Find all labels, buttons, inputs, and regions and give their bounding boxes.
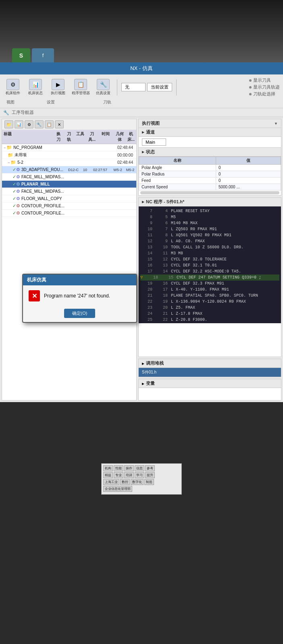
op-icon-planar-mill: ⚙	[16, 182, 20, 187]
toolbar-btn-machine-status[interactable]: 📊 机床状态	[26, 79, 45, 96]
table-card-cell-10: 精益	[103, 472, 113, 478]
panel-btn-3[interactable]: ⚙	[25, 120, 33, 128]
nc-line-10: 17 14 CYCL DEF 32.2 HSC-MODE:0 TA5.	[140, 268, 279, 275]
title-bar: NX - 仿真	[0, 62, 283, 74]
tab-s[interactable]: S	[12, 48, 30, 62]
channel-dropdown[interactable]: Main	[142, 138, 166, 146]
nc-content-17: L Z-17.8 FMAX	[171, 311, 202, 317]
op-icon-face-mill-1: ⚙	[16, 174, 20, 180]
nc-linenum-3: 10	[140, 226, 152, 232]
tree-item-face-mill-2[interactable]: ✓ ⚙ FACE_MILL_MIDPAS...	[2, 188, 136, 195]
machine-component-label: 机床组件	[6, 91, 20, 96]
toolbar-btn-program-manager[interactable]: 📋 程序管理器	[71, 79, 90, 96]
nc-content-19: L X-137.028 Y-118.1034	[171, 323, 224, 323]
nc-linenum-12: 19	[140, 281, 152, 287]
triangle-nc: ▸	[142, 199, 144, 204]
error-dialog: 机床仿真 ✕ Program name '247' not found. 确定(…	[22, 274, 137, 323]
table-card-cell-21: 数控	[120, 479, 130, 485]
nc-content-14: PLANE SPATIAL SPA0. SPB0. SPC0. TURN	[171, 293, 258, 299]
table-card-cell-13: 学习	[135, 472, 144, 478]
folder-icon-unused: 📁	[8, 153, 13, 158]
tab-s-label: S	[19, 52, 23, 59]
tree-item-contour-profile-1[interactable]: ✓ ⚙ CONTOUR_PROFILE...	[2, 202, 136, 210]
table-card-cell-20: 上海工业	[103, 479, 119, 485]
nc-line-6: 13 10 TOOL CALL 10 Z S6000 DL0. DR0.	[140, 244, 279, 250]
nc-linenum-17: 24	[140, 311, 152, 317]
table-card-row-1: 精益 专业 培训 学习 提升	[103, 472, 180, 478]
tree-item-planar-mill[interactable]: ✓ ⚙ PLANAR_MILL	[2, 181, 136, 188]
tree-item-5-2[interactable]: − 📁 5-2 02:48:44	[2, 159, 136, 166]
toolbar-sep-1	[117, 79, 117, 95]
toolbar-btn-sim-settings[interactable]: 🔧 仿真设置	[94, 79, 113, 96]
nc-line-18: 25 22 L Z-20.8 F3000.	[140, 317, 279, 323]
check-face-mill-2: ✓	[12, 189, 16, 194]
show-track-dot	[249, 86, 252, 89]
sub-toolbar: 🔧 工序导航器	[0, 108, 283, 117]
nc-content-4: L XQ501 YQ502 R0 FMAX M91	[171, 232, 231, 238]
tree-item-unused[interactable]: 📁 未用项 00:00:00	[2, 151, 136, 159]
nc-seqnum-15: 19	[156, 299, 168, 305]
channel-row: Main	[139, 137, 281, 147]
nc-content-1: M5	[171, 214, 176, 220]
tree-item-face-mill-1[interactable]: ✓ ⚙ FACE_MILL_MIDPAS...	[2, 173, 136, 181]
dropdown-none[interactable]: 无	[121, 83, 146, 91]
panel-btn-6[interactable]: ✕	[55, 120, 64, 128]
nc-code-view[interactable]: 7 4 PLANE RESET STAY 8 5 M5 9 6 M140 M8 …	[139, 206, 281, 323]
nc-seqnum-12: 16	[156, 281, 168, 287]
status-row-speed: Current Speed 5000.000 ...	[139, 184, 281, 190]
op-icon-contour-2: ⚙	[16, 211, 20, 216]
nc-linenum-2: 9	[140, 220, 152, 226]
panel-btn-2[interactable]: 📊	[15, 120, 23, 128]
panel-toolbar: 📁 📊 ⚙ 🔧 📋 ✕	[2, 119, 136, 130]
col-header-track: 刀轨	[64, 131, 74, 142]
panel-btn-4[interactable]: 🔧	[35, 120, 44, 128]
expand-nc-program[interactable]: −	[4, 146, 6, 150]
table-card-cell-00: 机构	[103, 465, 113, 471]
tree-item-contour-profile-2[interactable]: ✓ ⚙ CONTOUR_PROFILE...	[2, 210, 136, 217]
tree-item-nc-program[interactable]: − 📁 NC_PROGRAM 02:48:44	[2, 144, 136, 151]
toolbar-btn-machine-component[interactable]: ⚙ 机床组件	[3, 79, 23, 96]
variables-body	[139, 388, 281, 400]
col-header-change: 换刀	[53, 131, 64, 142]
show-track-item[interactable]: 显示刀具轨迹	[249, 84, 280, 90]
nc-arrow: ▽	[140, 275, 143, 281]
expand-5-2[interactable]: −	[8, 161, 10, 165]
time-unused: 00:00:00	[114, 153, 136, 157]
table-card-cell-12: 培训	[124, 472, 134, 478]
label-3d-adaptive: 3D_ADAPTIVE_ROU...	[21, 167, 66, 172]
panel-btn-5[interactable]: 📋	[45, 120, 54, 128]
tree-item-floor-wall[interactable]: ✓ ⚙ FLOOR_WALL_COPY	[2, 195, 136, 202]
tab-f-label: f	[42, 52, 44, 58]
dialog-message: Program name '247' not found.	[44, 293, 110, 299]
nc-linenum-0: 7	[140, 208, 152, 214]
status-row-feed: Feed 0	[139, 178, 281, 184]
panel-btn-1[interactable]: 📁	[4, 120, 13, 128]
nc-content-2: M140 M8 MAX	[171, 220, 198, 226]
dialog-confirm-btn[interactable]: 确定(O)	[64, 309, 96, 318]
status-row-polar-radius: Polar Radius 0	[139, 171, 281, 178]
show-tool-dot	[249, 79, 252, 82]
nc-line-13: 20 17 L X-40. Y-1100. FMAX M91	[140, 287, 279, 293]
nc-line-11-active: ▽ 18 15 CYCL DEF 247 DATUM SETTING Q339=…	[140, 275, 279, 281]
section-settings: 设置	[47, 99, 55, 105]
machine-status-icon: 📊	[29, 79, 42, 90]
nc-seqnum-7: 11	[156, 250, 168, 256]
machine-3d-adaptive: M5-2	[124, 168, 136, 172]
tool-select-item[interactable]: 刀轨处选择	[249, 91, 280, 97]
nc-line-14: 21 18 PLANE SPATIAL SPA0. SPB0. SPC0. TU…	[140, 293, 279, 299]
tree-item-3d-adaptive[interactable]: ✓ ⚙ 3D_ADAPTIVE_ROU... D12-C 10 02:27:57…	[2, 166, 136, 173]
toolbar-btn-execute-view[interactable]: ▶ 执行视图	[48, 79, 68, 96]
nc-linenum-8: 15	[140, 256, 152, 262]
nc-content-9: CYCL DEF 32.1 T0.01	[171, 262, 217, 268]
dropdown-current[interactable]: 当前设置	[147, 83, 172, 91]
nc-seqnum-1: 5	[156, 214, 168, 220]
status-value-3: 5000.000 ...	[216, 184, 281, 190]
nc-seqnum-16: 20	[156, 305, 168, 311]
nc-line-1: 8 5 M5	[140, 214, 279, 220]
channel-title: 通道	[146, 129, 155, 135]
status-value-0: 0	[216, 165, 281, 171]
status-scrollbar[interactable]	[140, 191, 279, 194]
tab-f[interactable]: f	[32, 48, 54, 62]
show-tool-item[interactable]: 显示刀具	[249, 77, 280, 83]
geo-3d-adaptive: W5-2	[111, 168, 124, 172]
